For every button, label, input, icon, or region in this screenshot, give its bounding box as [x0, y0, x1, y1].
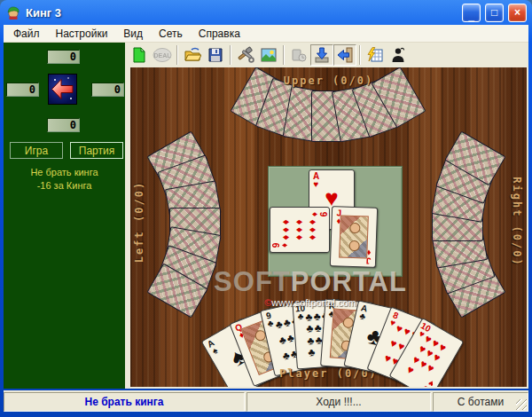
- toolbar-stand-up-button[interactable]: [333, 44, 356, 66]
- toolbar-sit-down-button[interactable]: [310, 44, 333, 66]
- watermark: SOFTPORTAL: [214, 266, 407, 298]
- pip-grid: ♦♦♦♦♦♦♦♦♦: [279, 218, 320, 241]
- sidebar: 0 0 0 0 Игра Партия Не брать кинга -16 з…: [4, 43, 125, 389]
- score-left: 0: [6, 83, 39, 97]
- status-panel-mode: С ботами: [433, 392, 528, 412]
- menu-item-help[interactable]: Справка: [191, 26, 248, 42]
- svg-text:DEAL: DEAL: [153, 52, 171, 59]
- pip: ♦: [308, 235, 318, 240]
- minimize-button[interactable]: _: [462, 4, 481, 22]
- toolbar-deal-button[interactable]: DEAL: [151, 44, 174, 66]
- pip: ♦: [281, 235, 292, 240]
- maximize-button[interactable]: □: [485, 4, 504, 22]
- resize-grip[interactable]: [516, 399, 527, 410]
- score-right: 0: [91, 83, 124, 97]
- menu-item-settings[interactable]: Настройки: [48, 26, 116, 42]
- menu-item-view[interactable]: Вид: [115, 26, 151, 42]
- pip: ♦: [281, 227, 292, 232]
- picture-icon: [260, 46, 278, 64]
- pip: ♦: [294, 219, 305, 224]
- toolbar-separator: [176, 45, 178, 65]
- arrow-down-icon: [313, 46, 331, 64]
- app-icon: [5, 4, 21, 20]
- tools-icon: [237, 46, 254, 64]
- player-label: Player (0/0): [130, 367, 527, 380]
- lightning-table-icon: [366, 46, 384, 64]
- left-player-label: Left (0/0): [133, 181, 145, 263]
- status-bar: Не брать кингаХоди !!!...С ботами: [4, 390, 528, 412]
- toolbar: DEAL: [125, 43, 528, 67]
- pip: ♣: [306, 323, 314, 334]
- window-title: Кинг 3: [26, 6, 458, 20]
- menu-item-network[interactable]: Сеть: [151, 26, 191, 42]
- contract-penalty: -16 за Кинга: [4, 180, 125, 191]
- toolbar-background-button[interactable]: [257, 44, 280, 66]
- open-folder-icon: [184, 46, 201, 64]
- close-button[interactable]: ×: [508, 4, 527, 22]
- save-floppy-icon: [207, 46, 224, 64]
- toolbar-score-sheet-button[interactable]: [364, 44, 387, 66]
- network-icon: [290, 46, 308, 64]
- door-arrow-icon: [336, 46, 354, 64]
- pip: ♣: [307, 335, 315, 347]
- watermark-url: ©www.softportal.com: [264, 297, 356, 308]
- player-hand: A♠A♠♠Q♦Q♦9♣9♣♣♣♣♣♣♣♣♣♣10♣10♣♣♣♣♣♣♣♣♣♣♣K♣…: [309, 300, 356, 367]
- toolbar-separator: [359, 45, 361, 65]
- score-upper: 0: [47, 50, 80, 64]
- deal-stamp-icon: DEAL: [153, 46, 172, 64]
- menu-bar: ФайлНастройкиВидСетьСправка: [4, 25, 528, 43]
- toolbar-open-button[interactable]: [181, 44, 204, 66]
- titlebar: Кинг 3 _ □ ×: [0, 0, 532, 25]
- pip: ♦: [308, 219, 318, 224]
- new-page-icon: [130, 46, 148, 64]
- card-9-diamonds: 9♦9♦♦♦♦♦♦♦♦♦♦: [270, 207, 330, 253]
- watermark-soft: SOFT: [214, 266, 291, 297]
- pip-grid: ♥♥♥♥♥♥♥♥♥♥: [403, 332, 449, 386]
- app-window: Кинг 3 _ □ × ФайлНастройкиВидСетьСправка…: [0, 0, 532, 417]
- toolbar-save-button[interactable]: [204, 44, 227, 66]
- party-button[interactable]: Партия: [70, 142, 123, 159]
- status-panel-contract: Не брать кинга: [4, 392, 245, 412]
- game-button[interactable]: Игра: [10, 142, 63, 159]
- toolbar-options-button[interactable]: [234, 44, 257, 66]
- pip: ♣: [308, 347, 316, 358]
- upper-player-label: Upper (0/0): [130, 75, 527, 87]
- pip: ♦: [294, 235, 305, 240]
- pip: ♣: [313, 311, 321, 322]
- toolbar-bots-button[interactable]: [387, 44, 410, 66]
- contract-name: Не брать кинга: [4, 167, 125, 177]
- toolbar-new-game-button[interactable]: [128, 44, 151, 66]
- card-J-diamonds: J♦J♦: [330, 206, 378, 268]
- pip: ♦: [281, 219, 292, 224]
- watermark-portal: PORTAL: [291, 266, 407, 297]
- game-table: Upper (0/0) Left (0/0) Right (0/0) Playe…: [130, 67, 527, 387]
- pip: ♣: [314, 323, 322, 334]
- menu-item-file[interactable]: Файл: [5, 26, 48, 42]
- card-index: A♣: [357, 303, 371, 321]
- turn-indicator: [48, 74, 77, 105]
- right-player-label: Right (0/0): [511, 177, 523, 266]
- toolbar-network-game-button[interactable]: [287, 44, 310, 66]
- toolbar-separator: [230, 45, 231, 65]
- turn-arrow-left-icon: [49, 75, 76, 104]
- card-index: 9♦: [272, 240, 288, 250]
- content-area: DEAL Upper (0/0) Left (0/0) Right (0/0) …: [125, 43, 528, 389]
- pip: ♦: [294, 227, 305, 232]
- pip: ♦: [308, 227, 318, 232]
- score-player: 0: [47, 118, 80, 132]
- status-panel-turn: Ходи !!!...: [246, 392, 431, 412]
- toolbar-separator: [283, 45, 285, 65]
- bot-person-icon: [389, 46, 407, 64]
- pip: ♣: [305, 311, 313, 323]
- pip: ♥: [405, 364, 416, 376]
- court-figure: [339, 215, 369, 258]
